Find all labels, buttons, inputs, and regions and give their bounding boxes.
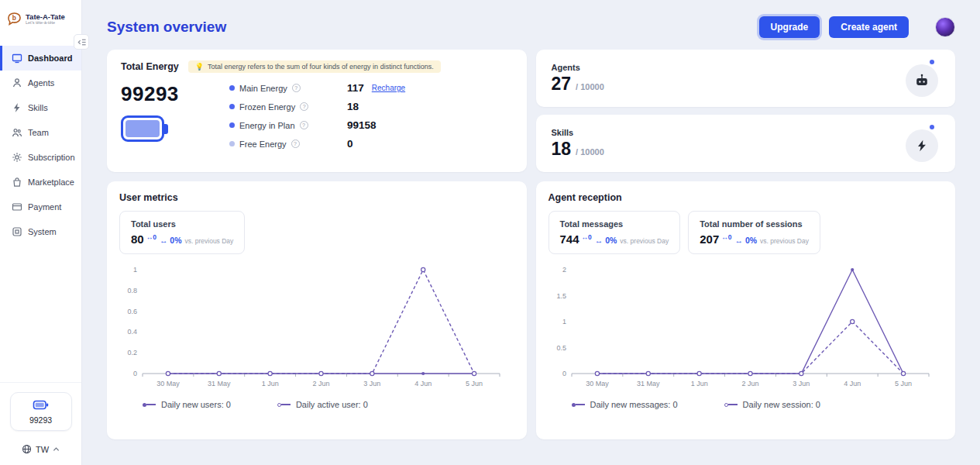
sidebar-collapse-button[interactable]	[74, 34, 89, 50]
stat-total-messages: Total messages 744↔0↔ 0%vs. previous Day	[548, 211, 681, 254]
sidebar-item-label: System	[28, 227, 57, 236]
sidebar-energy-card[interactable]: 99293	[10, 392, 72, 431]
stat-percent: ↔ 0%	[595, 236, 617, 245]
svg-text:3 Jun: 3 Jun	[793, 380, 810, 388]
energy-item-value: 117 Recharge	[347, 82, 405, 94]
sidebar-item-skills[interactable]: Skills	[0, 95, 81, 120]
energy-tooltip-text: Total energy refers to the sum of four k…	[208, 63, 434, 71]
dashboard-grid: Total Energy 💡 Total energy refers to th…	[107, 50, 955, 439]
energy-legend: Main Energy ? 117 Recharge Frozen Energy…	[229, 82, 405, 150]
svg-text:0.2: 0.2	[127, 349, 137, 356]
legend-label: Daily new session: 0	[743, 400, 820, 409]
payment-icon	[12, 202, 22, 212]
stat-label: Total messages	[560, 219, 669, 229]
sidebar-item-label: Skills	[28, 103, 48, 112]
legend-label: Daily new users: 0	[161, 400, 231, 409]
svg-text:0.4: 0.4	[127, 328, 137, 336]
sidebar-item-team[interactable]: Team	[0, 120, 81, 145]
legend-daily-active-user[interactable]: Daily active user: 0	[277, 400, 368, 409]
stat-delta: ↔0	[721, 233, 731, 241]
total-energy-card: Total Energy 💡 Total energy refers to th…	[107, 50, 527, 172]
skills-icon	[12, 102, 22, 113]
energy-item-free: Free Energy ?	[229, 140, 347, 149]
team-icon	[12, 127, 22, 138]
energy-item-plan: Energy in Plan ?	[229, 121, 347, 130]
stat-value: 207	[700, 232, 719, 246]
user-metrics-title: User metrics	[119, 192, 514, 203]
counters-column: Agents 27 / 10000	[536, 50, 956, 172]
svg-text:2 Jun: 2 Jun	[312, 380, 329, 388]
legend-daily-new-session[interactable]: Daily new session: 0	[724, 400, 820, 409]
info-icon[interactable]: ?	[292, 84, 301, 92]
stat-delta: ↔0	[146, 233, 156, 241]
stat-compare-label: vs. previous Day	[620, 237, 669, 245]
energy-item-value: 18	[347, 101, 405, 112]
sidebar-bottom: 99293 TW	[0, 382, 81, 465]
globe-icon	[22, 444, 32, 454]
energy-item-frozen: Frozen Energy ?	[229, 102, 347, 112]
dashed-line-marker	[724, 403, 738, 407]
legend-dot	[229, 141, 235, 146]
main-content: System overview Upgrade Create agent Tot…	[82, 0, 980, 465]
info-icon[interactable]: ?	[300, 121, 308, 129]
sidebar-item-marketplace[interactable]: Marketplace	[0, 170, 81, 195]
solid-line-marker	[143, 403, 156, 407]
language-switcher[interactable]: TW	[0, 437, 81, 462]
svg-text:0.6: 0.6	[127, 308, 137, 315]
sidebar-item-payment[interactable]: Payment	[0, 195, 81, 219]
legend-daily-new-users[interactable]: Daily new users: 0	[143, 400, 231, 409]
collapse-icon	[77, 37, 87, 47]
avatar[interactable]	[935, 17, 955, 37]
bolt-icon	[906, 129, 938, 162]
svg-text:1.5: 1.5	[556, 292, 566, 300]
energy-item-value: 0	[347, 138, 405, 150]
user-metrics-legend: Daily new users: 0 Daily active user: 0	[143, 400, 514, 409]
notification-dot	[930, 125, 934, 129]
sidebar-item-system[interactable]: System	[0, 219, 81, 244]
svg-text:0.5: 0.5	[556, 344, 566, 352]
legend-label: Daily active user: 0	[296, 400, 368, 409]
recharge-link[interactable]: Recharge	[372, 84, 405, 92]
stat-label: Total users	[131, 219, 233, 229]
sidebar-item-agents[interactable]: Agents	[0, 71, 81, 95]
stat-compare-label: vs. previous Day	[185, 237, 234, 245]
subscription-icon	[12, 152, 22, 163]
total-energy-value: 99293	[121, 82, 223, 106]
agents-max: / 10000	[576, 82, 604, 91]
system-icon	[12, 226, 22, 237]
stat-value: 744	[560, 232, 579, 246]
info-icon[interactable]: ?	[300, 102, 308, 111]
battery-icon	[121, 115, 164, 142]
user-metrics-chart: 00.20.40.60.8130 May31 May1 Jun2 Jun3 Ju…	[119, 262, 514, 395]
upgrade-button[interactable]: Upgrade	[759, 16, 820, 38]
sidebar-item-label: Agents	[28, 78, 54, 88]
sidebar-item-subscription[interactable]: Subscription	[0, 145, 81, 170]
solid-line-marker	[572, 403, 585, 407]
sidebar-item-dashboard[interactable]: Dashboard	[0, 46, 81, 71]
skills-max: / 10000	[576, 147, 604, 157]
energy-item-label: Free Energy	[239, 140, 287, 149]
stat-delta: ↔0	[582, 233, 592, 241]
create-agent-button[interactable]: Create agent	[829, 16, 909, 38]
sidebar-item-label: Subscription	[28, 153, 75, 162]
agents-card: Agents 27 / 10000	[536, 50, 956, 107]
sidebar-nav: Dashboard Agents Skills Team Subscriptio…	[0, 46, 81, 244]
agents-icon	[12, 78, 22, 88]
svg-text:0.8: 0.8	[127, 287, 137, 294]
legend-dot	[229, 85, 235, 91]
bulb-icon: 💡	[195, 63, 204, 71]
info-icon[interactable]: ?	[291, 140, 300, 148]
page-title: System overview	[107, 19, 226, 36]
svg-text:2: 2	[562, 266, 566, 274]
svg-text:31 May: 31 May	[208, 380, 231, 388]
marketplace-icon	[12, 177, 22, 188]
svg-text:1 Jun: 1 Jun	[262, 380, 279, 388]
agents-title: Agents	[552, 63, 604, 72]
legend-dot	[229, 104, 235, 109]
language-label: TW	[36, 445, 49, 454]
svg-text:3 Jun: 3 Jun	[363, 380, 380, 388]
legend-daily-new-messages[interactable]: Daily new messages: 0	[572, 400, 678, 409]
app-logo[interactable]: b Tate-A-Tate Let's tête-à-tête	[0, 0, 81, 35]
battery-small-icon	[33, 400, 50, 410]
svg-text:1: 1	[562, 318, 566, 326]
